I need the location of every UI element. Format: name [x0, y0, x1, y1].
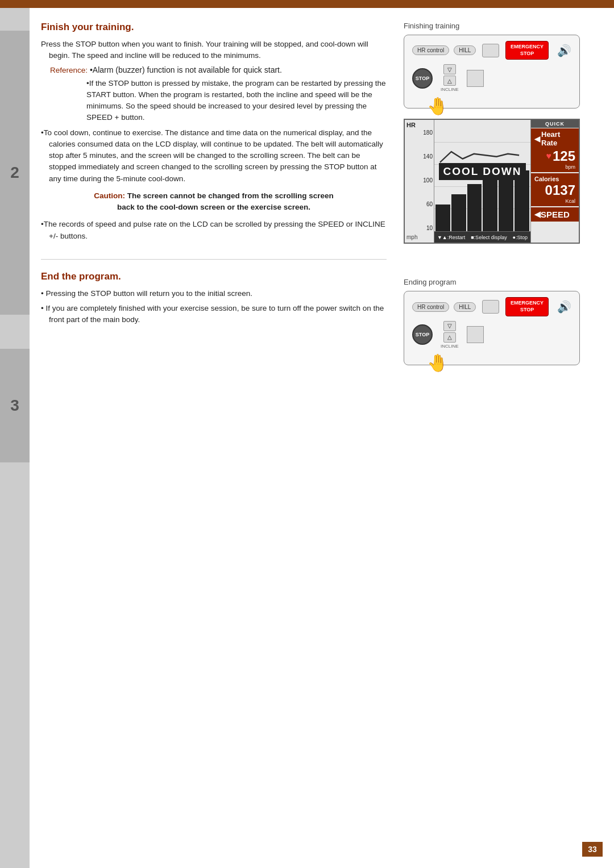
bottom-select: ■:Select display [471, 235, 507, 240]
step-3-number: 3 [10, 397, 19, 415]
ending-hr-control-btn[interactable]: HR control [412, 302, 449, 312]
ending-incline-up-arrow[interactable]: ▽ [443, 321, 456, 331]
blank-btn-2[interactable] [467, 70, 484, 87]
section-3-body: • Pressing the STOP button will return y… [41, 288, 387, 326]
ending-incline-down-arrow[interactable]: △ [443, 332, 456, 343]
section-divider [41, 259, 387, 260]
heart-icon: ♥ [546, 151, 551, 161]
step-2-number: 2 [10, 164, 19, 182]
quick-label: QUICK [531, 120, 579, 128]
ending-stop-btn[interactable]: STOP [412, 324, 433, 345]
ending-incline-arrows: ▽ △ INCLINE [441, 321, 459, 349]
ending-program-label: Ending program [404, 278, 603, 286]
caution-label: Caution: [94, 191, 125, 200]
bar-1 [435, 205, 450, 232]
hill-btn[interactable]: HILL [454, 45, 476, 55]
ending-hill-label: HILL [459, 304, 471, 310]
page-number: 33 [582, 842, 603, 857]
heart-rate-value-row: ♥ 125 [534, 148, 575, 164]
blank-btn-1[interactable] [482, 44, 499, 57]
section-3-bullet1: • Pressing the STOP button will return y… [41, 288, 387, 299]
section-2-title: Finish your training. [41, 22, 387, 33]
ending-console-left-buttons: HR control HILL [412, 302, 476, 312]
cool-down-overlay: COOL DOWN [437, 163, 528, 180]
section-2-para3: •The records of speed and pulse rate on … [41, 219, 387, 242]
speed-label: SPEED [541, 210, 570, 219]
cool-down-label: COOL DOWN [439, 163, 526, 180]
section-3: End the program. • Pressing the STOP but… [41, 271, 387, 326]
lcd-display: HR 180 140 100 60 10 mph [404, 119, 580, 244]
heart-rate-label-2: Rate [541, 139, 560, 147]
finishing-console-diagram: HR control HILL EMERGENCYSTOP 🔊 STOP [404, 35, 580, 108]
ending-emergency-stop-btn[interactable]: EMERGENCYSTOP [505, 297, 549, 316]
emergency-stop-btn-1[interactable]: EMERGENCYSTOP [505, 41, 549, 60]
step-3-block: 3 [0, 349, 30, 462]
heart-rate-box: ◀ Heart Rate ♥ 125 bpm [531, 128, 579, 172]
section-3-bullet2: • If you are completely finished with yo… [41, 303, 387, 326]
bar-2 [451, 194, 466, 231]
right-column: Finishing training HR control HILL EMERG… [398, 8, 614, 868]
reference-label: Reference: [50, 66, 88, 74]
y-tick-100: 100 [423, 177, 433, 183]
bottom-stop: ●:Stop [513, 235, 528, 240]
incline-arrows: ▽ △ INCLINE [441, 64, 459, 92]
hr-control-btn[interactable]: HR control [412, 45, 449, 55]
bar-3 [467, 184, 482, 231]
top-bar [0, 0, 614, 8]
hr-axis-label: HR [405, 120, 434, 128]
chart-area: COOL DOWN 15 20 25 min [434, 120, 530, 243]
main-content: Finish your training. Press the STOP but… [30, 8, 614, 868]
stop-btn-1[interactable]: STOP [412, 68, 433, 89]
ending-hr-control-label: HR control [417, 304, 444, 310]
ending-blank-btn-1[interactable] [482, 300, 499, 314]
y-tick-140: 140 [423, 153, 433, 160]
bar-4 [483, 174, 497, 231]
section-2-para1: Press the STOP button when you want to f… [41, 39, 387, 62]
heart-rate-unit: bpm [534, 164, 575, 170]
stop-btn-container: STOP [412, 68, 433, 89]
ending-stop-btn-label: STOP [416, 332, 429, 337]
speed-label-row: ◀ SPEED [534, 210, 575, 219]
section-2-para2: •To cool down, continue to exercise. The… [41, 127, 387, 185]
y-tick-60: 60 [426, 201, 433, 207]
y-tick-180: 180 [423, 130, 433, 136]
step-bar: 2 3 [0, 8, 30, 868]
heart-rate-title-text: Heart Rate [541, 131, 560, 147]
ending-blank-btn-2[interactable] [467, 326, 484, 343]
indent-text-1: •If the STOP button is pressed by mistak… [86, 78, 387, 124]
incline-label-1: INCLINE [441, 87, 459, 92]
y-tick-10: 10 [426, 225, 433, 231]
section-2: Finish your training. Press the STOP but… [41, 22, 387, 242]
ending-hill-btn[interactable]: HILL [454, 302, 476, 312]
spacer-1 [404, 244, 603, 278]
speed-box: ◀ SPEED [531, 207, 579, 222]
reference-text: •Alarm (buzzer) function is not availabl… [88, 65, 282, 74]
caution-block: Caution: The screen cannot be changed fr… [86, 190, 341, 214]
console-left-buttons: HR control HILL [412, 45, 476, 55]
section-2-body: Press the STOP button when you want to f… [41, 39, 387, 242]
left-column: Finish your training. Press the STOP but… [30, 8, 398, 868]
heart-rate-value: 125 [553, 148, 575, 164]
reference-block: Reference: •Alarm (buzzer) function is n… [50, 65, 387, 74]
heart-rate-arrow-icon: ◀ [534, 135, 540, 143]
x-unit-label: mph [406, 234, 417, 240]
bottom-restart: ▼▲:Restart [437, 235, 465, 240]
step-2-block: 2 [0, 31, 30, 315]
section-3-title: End the program. [41, 271, 387, 282]
speed-arrow-icon: ◀ [534, 210, 541, 219]
ending-incline-label: INCLINE [441, 344, 459, 349]
speaker-icon-1: 🔊 [557, 44, 571, 57]
ending-console-diagram: HR control HILL EMERGENCYSTOP 🔊 STOP [404, 291, 580, 365]
hand-icon-2: 🤚 [427, 353, 448, 373]
lcd-bottom-bar: ▼▲:Restart ■:Select display ●:Stop [434, 231, 530, 243]
indent-block-1: •If the STOP button is pressed by mistak… [86, 78, 387, 124]
incline-down-arrow[interactable]: △ [443, 76, 456, 86]
hand-icon-1: 🤚 [427, 96, 448, 116]
incline-up-arrow[interactable]: ▽ [443, 64, 456, 74]
calories-box: Calories 0137 Kcal [531, 173, 579, 206]
finishing-training-label: Finishing training [404, 22, 603, 30]
hill-label: HILL [459, 47, 471, 53]
calories-unit: Kcal [534, 198, 575, 204]
hr-control-label: HR control [417, 47, 444, 53]
caution-text: The screen cannot be changed from the sc… [117, 191, 334, 211]
